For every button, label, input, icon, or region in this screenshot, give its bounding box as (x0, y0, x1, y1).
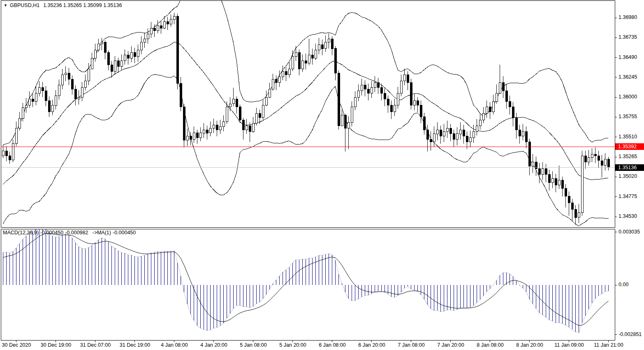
candle (124, 55, 126, 61)
price-axis-label: 1.35265 (619, 154, 637, 159)
candle (305, 61, 307, 63)
time-axis-label: 31 Dec 19:00 (120, 342, 150, 348)
candle (111, 65, 113, 71)
main-pane[interactable] (1, 0, 615, 226)
price-axis-label: 1.36735 (619, 34, 637, 40)
candle (107, 53, 109, 65)
candle (410, 83, 412, 105)
indicator-name: MACD(12,26,9) (3, 230, 39, 236)
candle (430, 140, 432, 142)
candle (51, 105, 53, 112)
candle (71, 79, 73, 89)
candle (551, 178, 554, 182)
candle (232, 99, 234, 104)
price-axis-label: 1.34775 (619, 194, 637, 199)
main-pane-border (1, 0, 615, 227)
candle (426, 130, 429, 140)
candle (114, 61, 116, 72)
bollinger-upper-band (3, 0, 609, 145)
candle (292, 57, 294, 69)
time-axis-label: 5 Jan 08:00 (240, 342, 266, 348)
candle (328, 39, 330, 42)
candle (84, 81, 86, 88)
candle (512, 107, 514, 118)
candle (298, 53, 300, 69)
candle (219, 126, 221, 130)
candle (255, 114, 257, 124)
candle (236, 99, 238, 107)
candle (9, 156, 11, 160)
candle (400, 81, 402, 93)
candle (433, 134, 435, 142)
candle (407, 75, 409, 83)
candle (449, 128, 452, 134)
candle (42, 88, 44, 91)
time-axis-label: 31 Dec 07:00 (80, 342, 111, 348)
candle (341, 115, 343, 126)
candle (565, 188, 567, 196)
candle (150, 28, 152, 34)
candle (190, 136, 192, 140)
time-axis-label: 30 Dec 2020 (2, 342, 31, 348)
time-axis-label: 7 Jan 08:00 (398, 342, 424, 348)
macd-pane[interactable] (3, 227, 609, 333)
collapse-arrow-icon[interactable]: ▼ (4, 3, 7, 7)
candle (390, 105, 392, 112)
time-axis-label: 6 Jan 20:00 (358, 342, 385, 348)
candle (380, 88, 382, 93)
candle (81, 88, 83, 98)
candle (473, 131, 475, 138)
ohlc-values: 1.35236 1.35265 1.35099 1.35136 (43, 2, 122, 8)
candle (272, 79, 274, 89)
time-axis-label: 5 Jan 20:00 (279, 342, 306, 348)
candle (584, 156, 586, 162)
candle (157, 26, 159, 31)
candle (186, 136, 188, 140)
price-axis-label: 1.36980 (619, 14, 637, 20)
candle (394, 105, 396, 112)
candle (170, 19, 172, 24)
candle (35, 93, 37, 101)
macd-ma-label: ->MA(1) (92, 230, 111, 236)
candle (561, 180, 563, 188)
chart-canvas[interactable] (0, 0, 644, 350)
candle (28, 99, 30, 105)
candle (134, 53, 136, 57)
candle (334, 49, 336, 73)
price-axis-label: 1.36000 (619, 94, 637, 100)
candle (331, 39, 333, 49)
macd-main-value: -0.000450 (40, 230, 63, 236)
price-axis-label: 1.34530 (619, 213, 637, 219)
time-axis-label: 4 Jan 20:00 (200, 342, 227, 348)
candle (61, 75, 63, 85)
candle (502, 83, 504, 91)
candle (153, 28, 155, 31)
candle (397, 93, 399, 105)
candle (436, 130, 438, 134)
candle (216, 125, 218, 130)
candle (367, 89, 369, 93)
candle (94, 50, 96, 58)
candle (19, 119, 21, 128)
candle (446, 128, 448, 131)
candle (575, 209, 577, 217)
candle (453, 134, 455, 140)
price-axis-label: 1.35755 (619, 114, 637, 119)
candle (259, 114, 261, 118)
candle (601, 161, 603, 166)
candle (548, 175, 550, 183)
candle (25, 105, 27, 108)
candle (74, 89, 76, 99)
candle (229, 104, 231, 107)
candle (206, 130, 208, 133)
candle (463, 130, 465, 136)
candle (315, 50, 317, 58)
candle (32, 99, 34, 101)
candle (295, 53, 297, 57)
macd-pane-border (1, 229, 615, 340)
price-axis-label: 1.36245 (619, 74, 637, 80)
candle (535, 162, 537, 169)
candle (199, 133, 202, 138)
candle (423, 117, 425, 130)
candle (275, 79, 277, 83)
